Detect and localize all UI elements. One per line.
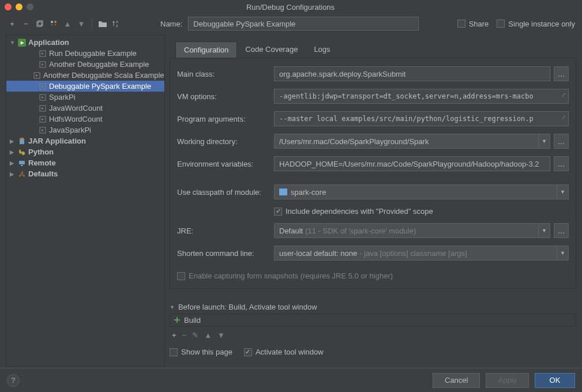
enable-snapshot-label: Enable capturing form snapshots (require… bbox=[189, 272, 393, 280]
sort-button[interactable]: AZ bbox=[111, 18, 122, 29]
edit-env-vars-button[interactable]: … bbox=[554, 156, 569, 171]
tree-node-javasparkpi[interactable]: JavaSparkPi bbox=[6, 125, 164, 135]
checkbox-icon bbox=[497, 20, 505, 28]
top-toolbar: + − ▲ ▼ AZ Name: Share Single instance o… bbox=[0, 14, 582, 33]
tree-node-remote[interactable]: Remote bbox=[6, 157, 164, 168]
env-vars-input[interactable]: HADOOP_HOME=/Users/mr.mac/Code/SparkPlay… bbox=[274, 156, 550, 171]
cancel-button[interactable]: Cancel bbox=[433, 373, 480, 388]
show-this-page-checkbox[interactable]: Show this page bbox=[170, 348, 232, 356]
folder-button[interactable] bbox=[97, 18, 108, 29]
close-window-button[interactable] bbox=[5, 3, 12, 10]
chevron-down-icon: ▼ bbox=[538, 134, 550, 148]
remove-task-button[interactable]: − bbox=[182, 331, 187, 340]
move-task-up-button[interactable]: ▲ bbox=[204, 331, 212, 340]
jre-select[interactable]: Default (11 - SDK of 'spark-core' module… bbox=[274, 223, 550, 238]
tree-node-label: HdfsWordCount bbox=[49, 115, 102, 123]
tree-node-python[interactable]: Python bbox=[6, 146, 164, 157]
main-class-input[interactable]: org.apache.spark.deploy.SparkSubmit bbox=[274, 66, 550, 81]
config-tree[interactable]: ▸ApplicationRun Debuggable ExampleAnothe… bbox=[6, 35, 165, 367]
tab-configuration[interactable]: Configuration bbox=[175, 42, 237, 58]
tree-node-application[interactable]: ▸Application bbox=[6, 37, 164, 48]
checkbox-icon bbox=[457, 20, 465, 28]
tree-node-label: SparkPi bbox=[49, 93, 76, 101]
tree-node-label: Defaults bbox=[28, 169, 58, 178]
tree-node-label: JavaSparkPi bbox=[49, 126, 91, 134]
tab-logs[interactable]: Logs bbox=[306, 42, 338, 58]
expand-icon[interactable]: ⤢ bbox=[561, 114, 566, 120]
expand-icon[interactable]: ⤢ bbox=[561, 92, 566, 98]
svg-point-2 bbox=[51, 21, 53, 23]
tree-node-label: Debuggable PySpark Example bbox=[49, 82, 151, 91]
checkbox-icon bbox=[244, 348, 252, 356]
add-config-button[interactable]: + bbox=[7, 18, 17, 29]
ok-button[interactable]: OK bbox=[535, 373, 575, 388]
vm-options-input[interactable]: -agentlib:jdwp=transport=dt_socket,serve… bbox=[274, 89, 569, 104]
tree-node-hdfswordcount[interactable]: HdfsWordCount bbox=[6, 114, 164, 125]
tree-node-debuggable-pyspark-example[interactable]: Debuggable PySpark Example bbox=[6, 81, 164, 92]
browse-jre-button[interactable]: … bbox=[554, 223, 569, 238]
before-launch-toolbar: + − ✎ ▲ ▼ bbox=[170, 327, 576, 343]
include-provided-checkbox[interactable]: Include dependencies with "Provided" sco… bbox=[274, 207, 433, 216]
shorten-select[interactable]: user-local default: none - java [options… bbox=[274, 246, 569, 261]
classpath-label: Use classpath of module: bbox=[177, 188, 268, 197]
add-task-button[interactable]: + bbox=[172, 331, 177, 340]
move-up-button[interactable]: ▲ bbox=[62, 18, 73, 29]
dialog-buttons: ? Cancel Apply OK bbox=[0, 368, 582, 392]
minimize-window-button[interactable] bbox=[16, 3, 22, 10]
checkbox-icon bbox=[170, 348, 178, 356]
enable-snapshot-checkbox[interactable]: Enable capturing form snapshots (require… bbox=[177, 272, 393, 280]
svg-rect-15 bbox=[20, 138, 24, 140]
tree-node-defaults[interactable]: Defaults bbox=[6, 168, 164, 179]
classpath-select[interactable]: spark-core ▼ bbox=[274, 184, 569, 199]
program-args-label: Program arguments: bbox=[177, 115, 268, 123]
tab-code-coverage[interactable]: Code Coverage bbox=[237, 42, 306, 58]
working-dir-select[interactable]: /Users/mr.mac/Code/SparkPlayground/Spark… bbox=[274, 134, 550, 149]
tree-node-another-debuggable-example[interactable]: Another Debuggable Example bbox=[6, 59, 164, 70]
browse-main-class-button[interactable]: … bbox=[554, 66, 569, 81]
move-down-button[interactable]: ▼ bbox=[76, 18, 87, 29]
shorten-label: Shorten command line: bbox=[177, 249, 268, 258]
copy-config-button[interactable] bbox=[35, 18, 45, 29]
svg-rect-17 bbox=[21, 165, 23, 166]
edit-templates-button[interactable] bbox=[48, 18, 59, 29]
main-class-label: Main class: bbox=[177, 70, 268, 78]
configuration-panel: Main class: org.apache.spark.deploy.Spar… bbox=[170, 58, 576, 289]
module-icon bbox=[279, 189, 287, 195]
share-label: Share bbox=[469, 20, 489, 28]
edit-task-button[interactable]: ✎ bbox=[192, 331, 198, 340]
browse-working-dir-button[interactable]: … bbox=[554, 134, 569, 149]
tree-node-label: Application bbox=[28, 38, 69, 47]
name-input[interactable] bbox=[188, 17, 419, 31]
tabs: ConfigurationCode CoverageLogs bbox=[170, 42, 576, 58]
checkbox-icon bbox=[177, 272, 185, 280]
maximize-window-button[interactable] bbox=[27, 3, 33, 10]
apply-button[interactable]: Apply bbox=[486, 373, 529, 388]
caret-icon bbox=[10, 149, 16, 155]
help-button[interactable]: ? bbox=[7, 374, 20, 387]
tree-node-another-debuggable-scala-example[interactable]: Another Debuggable Scala Example bbox=[6, 70, 164, 81]
tree-node-javawordcount[interactable]: JavaWordCount bbox=[6, 103, 164, 114]
svg-text:Z: Z bbox=[116, 24, 118, 28]
caret-icon bbox=[10, 160, 16, 166]
tree-node-sparkpi[interactable]: SparkPi bbox=[6, 92, 164, 103]
remove-config-button[interactable]: − bbox=[21, 18, 31, 29]
tree-node-label: Another Debuggable Scala Example bbox=[43, 71, 164, 80]
tree-node-label: Remote bbox=[28, 159, 56, 167]
activate-tool-checkbox[interactable]: Activate tool window bbox=[244, 348, 324, 356]
svg-rect-1 bbox=[38, 21, 43, 25]
tree-node-label: Another Debuggable Example bbox=[49, 60, 149, 69]
svg-point-18 bbox=[21, 173, 23, 175]
tree-node-label: Run Debuggable Example bbox=[49, 49, 137, 58]
tree-node-run-debuggable-example[interactable]: Run Debuggable Example bbox=[6, 48, 164, 59]
svg-rect-0 bbox=[37, 22, 42, 27]
vm-options-label: VM options: bbox=[177, 92, 268, 101]
before-launch-header[interactable]: ▼ Before launch: Build, Activate tool wi… bbox=[170, 303, 576, 311]
program-args-input[interactable]: --master local examples/src/main/python/… bbox=[274, 111, 569, 126]
window-title: Run/Debug Configurations bbox=[33, 3, 547, 12]
tree-node-jar-application[interactable]: JAR Application bbox=[6, 135, 164, 146]
move-task-down-button[interactable]: ▼ bbox=[217, 331, 225, 340]
tree-node-label: JavaWordCount bbox=[49, 104, 103, 112]
share-checkbox[interactable]: Share bbox=[457, 20, 489, 28]
before-launch-list[interactable]: Build bbox=[170, 314, 576, 326]
single-instance-checkbox[interactable]: Single instance only bbox=[497, 20, 575, 28]
